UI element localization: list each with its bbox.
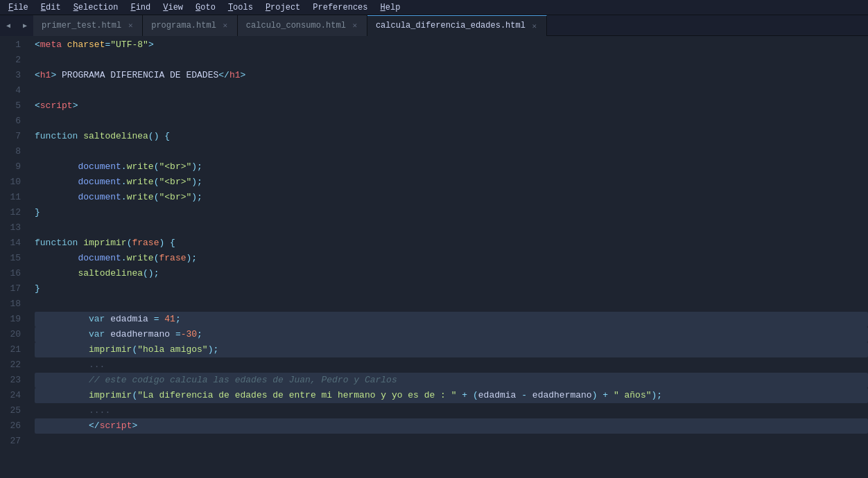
tab-label: primer_test.html [42, 21, 121, 30]
code-line-27 [35, 434, 868, 449]
code-line-25: .... [35, 403, 868, 418]
code-line-11: document.write("<br>"); [35, 190, 868, 205]
code-line-21: imprimir("hola amigos"); [35, 342, 868, 357]
menu-goto[interactable]: Goto [190, 1, 221, 14]
menu-selection[interactable]: Selection [68, 1, 124, 14]
menu-find[interactable]: Find [125, 1, 156, 14]
code-line-20: var edadhermano =-30; [35, 327, 868, 342]
tab-next-button[interactable]: ▶ [17, 15, 33, 36]
code-line-23: // este codigo calcula las edades de Jua… [35, 373, 868, 388]
line-numbers: 12345 678910 1112131415 1617181920 21222… [0, 36, 29, 478]
code-line-15: document.write(frase); [35, 251, 868, 266]
code-line-26: </script> [35, 418, 868, 434]
code-line-2 [35, 53, 868, 68]
code-line-8 [35, 144, 868, 159]
menu-view[interactable]: View [157, 1, 189, 14]
menu-tools[interactable]: Tools [223, 1, 259, 14]
code-line-1: <meta charset="UTF-8"> [35, 37, 868, 53]
code-line-3: <h1> PROGRAMA DIFERENCIA DE EDADES</h1> [35, 68, 868, 83]
tab-close-programa[interactable]: ✕ [220, 21, 230, 30]
tab-calcula-diferencia[interactable]: calcula_diferencia_edades.html ✕ [367, 15, 547, 36]
tab-calculo[interactable]: calculo_consumo.html ✕ [238, 15, 367, 36]
code-line-17: } [35, 281, 868, 296]
code-line-22: ... [35, 357, 868, 373]
menu-file[interactable]: File [3, 1, 34, 14]
tab-close-primer[interactable]: ✕ [125, 21, 135, 30]
menubar: File Edit Selection Find View Goto Tools… [0, 0, 868, 15]
tabbar: ◀ ▶ primer_test.html ✕ programa.html ✕ c… [0, 15, 868, 36]
code-line-14: function imprimir(frase) { [35, 236, 868, 251]
menu-project[interactable]: Project [260, 1, 306, 14]
tab-primer-test[interactable]: primer_test.html ✕ [33, 15, 143, 36]
tab-prev-button[interactable]: ◀ [0, 15, 17, 36]
code-line-10: document.write("<br>"); [35, 175, 868, 190]
code-line-18 [35, 296, 868, 312]
code-line-16: saltodelinea(); [35, 266, 868, 281]
tab-close-calculo[interactable]: ✕ [350, 21, 360, 30]
tab-programa[interactable]: programa.html ✕ [143, 15, 238, 36]
code-line-13 [35, 220, 868, 236]
menu-preferences[interactable]: Preferences [307, 1, 373, 14]
code-line-7: function saltodelinea() { [35, 129, 868, 144]
code-line-24: imprimir("La diferencia de edades de ent… [35, 388, 868, 403]
tab-close-calcula-diferencia[interactable]: ✕ [530, 21, 539, 30]
code-line-19: var edadmia = 41; [35, 312, 868, 327]
code-line-12: } [35, 205, 868, 220]
tab-label-active: calcula_diferencia_edades.html [376, 21, 526, 30]
code-line-6 [35, 114, 868, 129]
code-line-4 [35, 83, 868, 98]
code-line-5: <script> [35, 98, 868, 114]
editor: 12345 678910 1112131415 1617181920 21222… [0, 36, 868, 478]
tab-label: programa.html [151, 21, 216, 30]
tab-label: calculo_consumo.html [246, 21, 346, 30]
menu-help[interactable]: Help [375, 1, 406, 14]
menu-edit[interactable]: Edit [35, 1, 67, 14]
code-line-9: document.write("<br>"); [35, 159, 868, 175]
code-area[interactable]: <meta charset="UTF-8"> <h1> PROGRAMA DIF… [29, 36, 868, 478]
